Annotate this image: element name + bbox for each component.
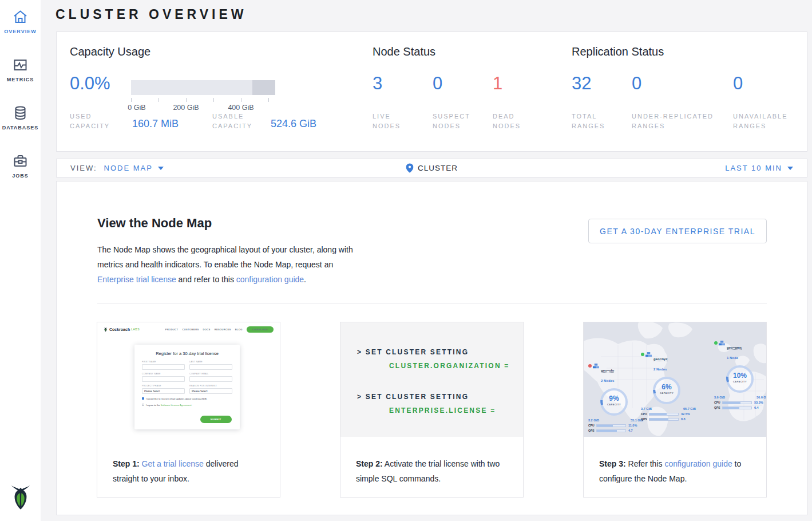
qps-value: 6.4 [754, 406, 759, 409]
form-title: Register for a 30-day trial license [142, 351, 232, 356]
replication-status-title: Replication Status [572, 45, 664, 58]
cpu-value: 11.0% [628, 424, 637, 427]
node-used-capacity: 3.7 GiB [641, 407, 652, 411]
node-cubes-icon [645, 352, 652, 358]
capacity-percent: 0.0% [70, 73, 110, 94]
capacity-usage-title: Capacity Usage [70, 45, 150, 58]
node-map-heading: View the Node Map [97, 216, 212, 231]
page-title: CLUSTER OVERVIEW [56, 7, 247, 22]
node-count-label: 1 Node [727, 356, 738, 360]
breadcrumb-cluster: CLUSTER [406, 163, 458, 173]
suspect-nodes-count: 0 [433, 73, 442, 94]
configuration-guide-link[interactable]: configuration guide [236, 275, 304, 284]
capacity-donut: 6% CAPACITY [651, 375, 682, 406]
node-map-preview: geo=sfo 2 Nodes 9% CAPACITY 3.2 GiB 55.1… [584, 322, 766, 437]
unavailable-ranges-label: UNAVAILABLERANGES [733, 112, 788, 131]
company-email-field [189, 376, 232, 382]
sidebar-item-overview[interactable]: OVERVIEW [0, 0, 41, 34]
node-cubes-icon [593, 364, 599, 370]
qps-value: 4.7 [628, 429, 633, 432]
step1-card: CockroachLABS PRODUCT CUSTOMERS DOCS RES… [97, 322, 280, 498]
reason-select: Please Select [189, 388, 232, 394]
sidebar-item-databases[interactable]: DATABASES [0, 96, 41, 131]
total-ranges-count: 32 [572, 73, 591, 94]
step1-caption: Step 1: Get a trial license delivered st… [97, 437, 280, 486]
node-status-dot-live [714, 341, 718, 345]
enterprise-trial-license-link[interactable]: Enterprise trial license [97, 275, 176, 284]
node-used-capacity: 3.2 GiB [588, 419, 599, 422]
sidebar-item-label: DATABASES [2, 125, 39, 131]
cpu-sparkline [596, 424, 626, 427]
sql-setting: CLUSTER.ORGANIZATION = [357, 361, 523, 370]
chevron-down-icon [787, 167, 793, 170]
sidebar-item-label: OVERVIEW [4, 29, 36, 34]
sql-commands-snippet: > SET CLUSTER SETTING CLUSTER.ORGANIZATI… [340, 322, 523, 437]
cpu-value: 42.5% [681, 412, 690, 416]
node-total-capacity: 36.6 GiB [756, 396, 766, 399]
under-replicated-ranges-label: UNDER-REPLICATEDRANGES [632, 112, 714, 131]
map-node-ams: geo=ams 1 Node 10% CAPACITY 3.6 GiB 36.6… [714, 341, 766, 409]
sql-command: > SET CLUSTER SETTING [357, 392, 523, 401]
node-total-capacity: 65.7 GiB [683, 407, 696, 411]
node-locality-label: geo=sfo [601, 369, 614, 373]
dead-nodes-count: 1 [493, 73, 502, 94]
section-divider [97, 303, 767, 303]
step2-caption: Step 2: Activate the trial license with … [340, 437, 523, 486]
node-cubes-icon [719, 341, 725, 347]
node-map-panel: View the Node Map The Node Map shows the… [56, 181, 807, 515]
unavailable-ranges-count: 0 [733, 73, 743, 94]
sidebar-item-label: METRICS [7, 77, 34, 82]
sidebar-item-jobs[interactable]: JOBS [0, 144, 41, 179]
usable-capacity-value: 524.6 GiB [271, 118, 316, 130]
enterprise-trial-button[interactable]: GET A 30-DAY ENTERPRISE TRIAL [588, 219, 767, 243]
capacity-donut: 9% CAPACITY [599, 386, 629, 417]
capacity-axis-ticks [131, 98, 269, 102]
node-count-label: 2 Nodes [601, 379, 614, 382]
chevron-down-icon [158, 167, 164, 170]
time-range-dropdown[interactable]: LAST 10 MIN [725, 164, 793, 172]
node-status-title: Node Status [373, 45, 435, 58]
cpu-sparkline [722, 401, 752, 404]
qps-value: 8.8 [681, 417, 686, 421]
node-used-capacity: 3.6 GiB [714, 396, 725, 399]
node-status-dot-dead [588, 364, 592, 368]
view-selector-dropdown[interactable]: NODE MAP [104, 164, 164, 172]
mini-site-header: CockroachLABS PRODUCT CUSTOMERS DOCS RES… [97, 322, 280, 336]
view-bar: VIEW: NODE MAP CLUSTER LAST 10 MIN [56, 159, 807, 177]
company-name-field [142, 376, 185, 382]
axis-label: 400 GiB [228, 104, 253, 112]
configuration-guide-link[interactable]: configuration guide [664, 459, 732, 468]
live-nodes-count: 3 [373, 73, 382, 94]
license-agreement-checkbox [142, 404, 144, 406]
used-capacity-value: 160.7 MiB [132, 118, 179, 130]
node-locality-label: geo=ams [727, 346, 742, 350]
mini-download-button: DOWNLOAD [247, 326, 274, 333]
first-name-field [142, 364, 185, 370]
step1-registration-screenshot: CockroachLABS PRODUCT CUSTOMERS DOCS RES… [97, 322, 280, 437]
axis-label: 0 GiB [128, 104, 145, 112]
step3-caption: Step 3: Refer this configuration guide t… [584, 437, 766, 486]
total-ranges-label: TOTALRANGES [572, 112, 605, 131]
capacity-bar-chart: 0 GiB 200 GiB 400 GiB [131, 80, 275, 113]
capacity-bar-reserved-segment [252, 80, 275, 95]
mini-site-nav: PRODUCT CUSTOMERS DOCS RESOURCES BLOG DO… [165, 326, 274, 333]
under-replicated-ranges-count: 0 [632, 73, 641, 94]
sidebar-item-metrics[interactable]: METRICS [0, 48, 41, 82]
briefcase-icon [13, 153, 28, 169]
project-phase-select: Please Select [142, 388, 185, 394]
trial-license-form: Register for a 30-day trial license FIRS… [134, 345, 240, 429]
usable-capacity-label: USABLECAPACITY [212, 112, 252, 131]
capacity-axis-labels: 0 GiB 200 GiB 400 GiB [131, 104, 275, 113]
database-icon [13, 105, 28, 121]
dead-nodes-label: DEADNODES [493, 112, 521, 131]
capacity-bar [131, 80, 275, 95]
home-icon [13, 9, 28, 25]
node-status-dot-live [641, 353, 644, 356]
cockroachdb-logo [10, 484, 31, 511]
step3-card: geo=sfo 2 Nodes 9% CAPACITY 3.2 GiB 55.1… [583, 322, 767, 498]
used-capacity-label: USEDCAPACITY [70, 112, 110, 131]
get-trial-license-link[interactable]: Get a trial license [142, 459, 204, 468]
cpu-sparkline [649, 413, 679, 416]
step2-card: > SET CLUSTER SETTING CLUSTER.ORGANIZATI… [340, 322, 524, 498]
capacity-donut: 10% CAPACITY [724, 364, 755, 394]
